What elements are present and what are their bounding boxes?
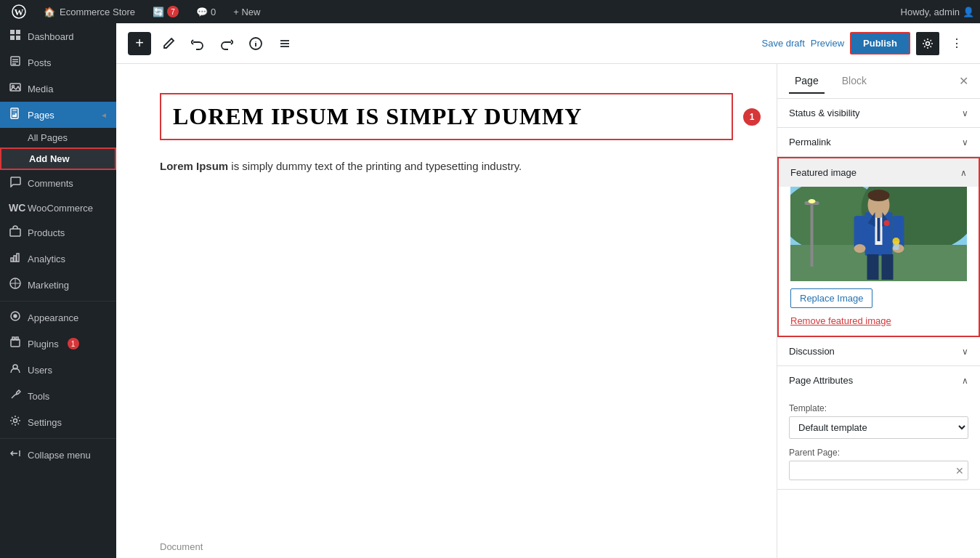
replace-image-button[interactable]: Replace Image <box>790 288 872 308</box>
avatar: 👤 <box>963 7 974 17</box>
settings-icon <box>9 415 22 429</box>
sidebar-item-plugins[interactable]: Plugins 1 <box>0 331 116 357</box>
parent-page-clear[interactable]: ✕ <box>955 465 964 477</box>
add-block-button[interactable]: + <box>128 32 151 55</box>
svg-rect-2 <box>10 30 15 34</box>
edit-button[interactable] <box>157 32 180 55</box>
sidebar-item-pages[interactable]: Pages ◄ <box>0 102 116 128</box>
undo-button[interactable] <box>186 32 209 55</box>
toolbar-right: Save draft Preview Publish ⋮ <box>762 32 968 55</box>
svg-point-54 <box>893 238 900 245</box>
updates-icon: 🔄 <box>153 7 164 17</box>
settings-gear-button[interactable] <box>916 32 939 55</box>
sidebar-item-woocommerce[interactable]: WC WooCommerce <box>0 196 116 219</box>
remove-featured-image-link[interactable]: Remove featured image <box>790 315 891 326</box>
settings-label: Settings <box>28 417 62 428</box>
tab-block[interactable]: Block <box>836 69 872 94</box>
preview-button[interactable]: Preview <box>811 38 844 49</box>
permalink-header[interactable]: Permalink ∨ <box>777 128 980 156</box>
users-label: Users <box>28 365 52 376</box>
status-visibility-label: Status & visibility <box>789 108 860 118</box>
sidebar-item-analytics[interactable]: Analytics <box>0 246 116 272</box>
redo-button[interactable] <box>215 32 238 55</box>
plugins-badge: 1 <box>68 338 79 349</box>
featured-image-header[interactable]: Featured image ∧ <box>779 158 979 187</box>
page-content: Lorem Ipsum is simply dummy text of the … <box>160 158 733 175</box>
sidebar-item-tools[interactable]: Tools <box>0 383 116 409</box>
permalink-chevron: ∨ <box>962 137 968 147</box>
template-label: Template: <box>789 403 968 413</box>
info-button[interactable] <box>244 32 267 55</box>
media-label: Media <box>28 84 53 94</box>
svg-rect-38 <box>811 201 814 267</box>
sidebar-separator-1 <box>0 301 116 302</box>
pages-icon <box>9 108 22 122</box>
editor-area: + Save draft Preview Publish <box>116 23 980 558</box>
dashboard-label: Dashboard <box>28 31 74 42</box>
list-view-button[interactable] <box>273 32 296 55</box>
svg-rect-4 <box>10 36 15 40</box>
comments-item[interactable]: 💬 0 <box>190 0 222 23</box>
site-name[interactable]: 🏠 Ecommerce Store <box>38 0 141 23</box>
discussion-section: Discussion ∨ <box>777 337 980 366</box>
more-options-button[interactable]: ⋮ <box>945 32 968 55</box>
sidebar-sub-all-pages[interactable]: All Pages <box>0 128 116 147</box>
featured-image-label: Featured image <box>790 167 857 178</box>
sidebar-item-posts[interactable]: Posts <box>0 49 116 76</box>
right-panel: Page Block ✕ Status & visibility ∨ Perma… <box>777 64 980 558</box>
sidebar-item-media[interactable]: Media <box>0 76 116 102</box>
status-visibility-header[interactable]: Status & visibility ∨ <box>777 99 980 127</box>
media-icon <box>9 81 22 96</box>
svg-point-33 <box>926 41 930 45</box>
collapse-label: Collapse menu <box>28 450 91 461</box>
plugins-icon <box>9 336 22 351</box>
page-title-block[interactable]: LOREM IPSUM IS SIMPLY DUMMY 1 <box>160 93 733 140</box>
svg-rect-17 <box>10 229 20 236</box>
sidebar-item-comments[interactable]: Comments <box>0 170 116 196</box>
svg-rect-5 <box>16 36 20 40</box>
pages-arrow: ◄ <box>100 111 108 119</box>
collapse-menu[interactable]: Collapse menu <box>0 442 116 468</box>
panel-close-button[interactable]: ✕ <box>959 74 968 88</box>
page-attributes-label: Page Attributes <box>789 375 853 386</box>
woocommerce-label: WooCommerce <box>28 203 93 214</box>
parent-page-input[interactable] <box>789 461 968 480</box>
svg-rect-3 <box>16 30 20 34</box>
comments-icon: 💬 <box>196 7 208 17</box>
sidebar: Dashboard Posts Media Pages ◄ All Pages <box>0 23 116 558</box>
page-attributes-chevron: ∧ <box>962 376 968 386</box>
new-item[interactable]: + New <box>227 0 266 23</box>
template-select[interactable]: Default template Full Width No Sidebar <box>789 416 968 439</box>
sidebar-item-marketing[interactable]: Marketing <box>0 272 116 298</box>
parent-page-label: Parent Page: <box>789 448 968 458</box>
main-layout: Dashboard Posts Media Pages ◄ All Pages <box>0 23 980 558</box>
publish-button[interactable]: Publish <box>850 32 910 54</box>
sidebar-item-dashboard[interactable]: Dashboard <box>0 23 116 49</box>
editor-toolbar: + Save draft Preview Publish <box>116 23 980 64</box>
updates-item[interactable]: 🔄 7 <box>147 0 185 23</box>
svg-rect-20 <box>17 254 19 262</box>
tab-page[interactable]: Page <box>789 69 825 94</box>
pages-label: Pages <box>28 110 54 121</box>
discussion-header[interactable]: Discussion ∨ <box>777 337 980 365</box>
sidebar-item-users[interactable]: Users <box>0 357 116 383</box>
dashboard-icon <box>9 29 22 44</box>
sidebar-item-settings[interactable]: Settings <box>0 409 116 435</box>
svg-rect-48 <box>854 216 866 248</box>
home-icon: 🏠 <box>44 7 55 17</box>
svg-point-28 <box>14 419 17 423</box>
save-draft-button[interactable]: Save draft <box>762 38 805 49</box>
sidebar-item-products[interactable]: Products <box>0 219 116 246</box>
svg-point-40 <box>809 199 816 203</box>
svg-point-23 <box>14 315 17 318</box>
wp-logo[interactable]: W <box>6 0 32 23</box>
sidebar-item-appearance[interactable]: Appearance <box>0 304 116 331</box>
collapse-icon <box>9 448 22 462</box>
content-rest: is simply dummy text of the printing and… <box>228 160 522 172</box>
discussion-label: Discussion <box>789 346 835 357</box>
sidebar-sub-add-new[interactable]: Add New <box>0 147 116 170</box>
comments-bubble-icon <box>9 176 22 190</box>
posts-label: Posts <box>28 57 52 68</box>
permalink-section: Permalink ∨ <box>777 128 980 157</box>
page-attributes-header[interactable]: Page Attributes ∧ <box>777 366 980 395</box>
